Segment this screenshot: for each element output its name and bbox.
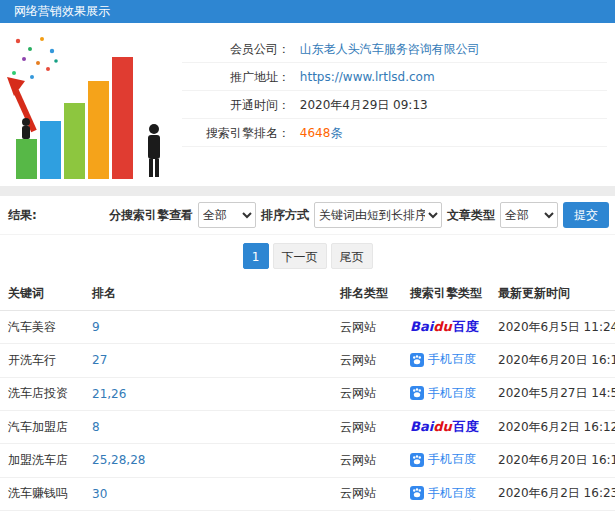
page-1-button[interactable]: 1 <box>243 243 269 269</box>
table-row: 汽车加盟店 8 云网站 Baidu百度 2020年6月2日 16:12 <box>0 411 615 444</box>
rank-type-cell: 云网站 <box>332 444 402 478</box>
rank-type-cell: 云网站 <box>332 411 402 444</box>
member-info-rows: 会员公司： 山东老人头汽车服务咨询有限公司 推广地址： https://www.… <box>182 29 607 186</box>
updated-cell: 2020年6月18日 14:27 <box>490 511 615 520</box>
table-row: 开洗车行 27 云网站 手机百度 2020年6月20日 16:16 <box>0 344 615 378</box>
rank-link[interactable]: 27 <box>92 353 107 367</box>
table-row: 洗车店投资 21,26 云网站 手机百度 2020年5月27日 14:58 <box>0 377 615 411</box>
rank-link[interactable]: 8 <box>92 420 100 434</box>
keyword-cell: 开洗车行 <box>0 344 84 378</box>
rank-count-number: 4648 <box>300 126 331 140</box>
rank-cell: 25,28,28 <box>84 444 332 478</box>
member-info-panel: 会员公司： 山东老人头汽车服务咨询有限公司 推广地址： https://www.… <box>0 23 615 186</box>
sort-label: 排序方式 <box>261 207 309 224</box>
filter-controls: 分搜索引擎查看 全部 排序方式 关键词由短到长排序 文章类型 全部 提交 <box>109 202 609 228</box>
bar-chart-illustration-image <box>4 29 176 181</box>
col-header-updated: 最新更新时间 <box>490 277 615 311</box>
rank-link[interactable]: 30 <box>92 487 107 501</box>
page-title: 网络营销效果展示 <box>14 3 110 20</box>
engine-filter-select[interactable]: 全部 <box>198 202 256 228</box>
submit-button[interactable]: 提交 <box>563 202 609 228</box>
rank-type-cell: 云网站 <box>332 511 402 520</box>
open-time-label: 开通时间： <box>182 91 290 119</box>
rank-cell: 9 <box>84 311 332 344</box>
updated-cell: 2020年6月5日 11:24 <box>490 311 615 344</box>
section-divider <box>0 186 615 196</box>
info-row-open-time: 开通时间： 2020年4月29日 09:13 <box>182 91 607 119</box>
rank-type-cell: 云网站 <box>332 477 402 511</box>
table-row: 洗车店利润 30 云网站 手机百度 2020年6月18日 14:27 <box>0 511 615 520</box>
keyword-cell: 汽车美容 <box>0 311 84 344</box>
promo-url-link[interactable]: https://www.lrtlsd.com <box>300 70 435 84</box>
businessman-figure <box>148 124 160 177</box>
keyword-cell: 汽车加盟店 <box>0 411 84 444</box>
rising-arrow <box>7 77 34 131</box>
promo-url-label: 推广地址： <box>182 63 290 91</box>
keyword-cell: 加盟洗车店 <box>0 444 84 478</box>
keyword-cell: 洗车赚钱吗 <box>0 477 84 511</box>
info-row-rank-count: 搜索引擎排名： 4648条 <box>182 119 607 147</box>
results-label: 结果: <box>8 207 37 224</box>
engine-cell: 手机百度 <box>402 444 490 478</box>
updated-cell: 2020年5月27日 14:58 <box>490 377 615 411</box>
app-header: 网络营销效果展示 <box>0 0 615 23</box>
mobile-baidu-badge: 手机百度 <box>410 385 476 402</box>
rank-cell: 30 <box>84 477 332 511</box>
updated-cell: 2020年6月20日 16:16 <box>490 344 615 378</box>
chart-illustration <box>4 29 182 186</box>
engine-cell: Baidu百度 <box>402 411 490 444</box>
mobile-baidu-icon <box>410 386 424 400</box>
sort-select[interactable]: 关键词由短到长排序 <box>314 202 442 228</box>
last-page-button[interactable]: 尾页 <box>331 243 373 269</box>
info-row-url: 推广地址： https://www.lrtlsd.com <box>182 63 607 91</box>
open-time-value: 2020年4月29日 09:13 <box>300 98 428 112</box>
engine-cell: 手机百度 <box>402 511 490 520</box>
col-header-engine-type: 搜索引擎类型 <box>402 277 490 311</box>
rank-type-cell: 云网站 <box>332 377 402 411</box>
updated-cell: 2020年6月20日 16:11 <box>490 444 615 478</box>
article-type-label: 文章类型 <box>447 207 495 224</box>
article-type-select[interactable]: 全部 <box>500 202 558 228</box>
rank-link[interactable]: 25,28,28 <box>92 453 145 467</box>
engine-cell: 手机百度 <box>402 377 490 411</box>
company-name-link[interactable]: 山东老人头汽车服务咨询有限公司 <box>300 42 480 56</box>
rank-type-cell: 云网站 <box>332 344 402 378</box>
updated-cell: 2020年6月2日 16:12 <box>490 411 615 444</box>
keyword-ranking-table: 关键词 排名 排名类型 搜索引擎类型 最新更新时间 汽车美容 9 云网站 Bai… <box>0 277 615 520</box>
company-label: 会员公司： <box>182 35 290 63</box>
rank-count-unit: 条 <box>330 126 342 140</box>
table-row: 洗车赚钱吗 30 云网站 手机百度 2020年6月2日 16:23 <box>0 477 615 511</box>
confetti-dots <box>12 37 58 79</box>
baidu-logo: Baidu百度 <box>410 319 479 334</box>
results-filter-bar: 结果: 分搜索引擎查看 全部 排序方式 关键词由短到长排序 文章类型 全部 提交 <box>0 196 615 235</box>
keyword-cell: 洗车店投资 <box>0 377 84 411</box>
mobile-baidu-badge: 手机百度 <box>410 451 476 468</box>
mobile-baidu-icon <box>410 353 424 367</box>
rank-type-cell: 云网站 <box>332 311 402 344</box>
mobile-baidu-icon <box>410 486 424 500</box>
col-header-keyword: 关键词 <box>0 277 84 311</box>
engine-cell: 手机百度 <box>402 477 490 511</box>
table-row: 汽车美容 9 云网站 Baidu百度 2020年6月5日 11:24 <box>0 311 615 344</box>
pagination: 1 下一页 尾页 <box>0 235 615 277</box>
small-person-figure <box>22 118 30 139</box>
rank-link[interactable]: 9 <box>92 320 100 334</box>
engine-cell: 手机百度 <box>402 344 490 378</box>
col-header-rank: 排名 <box>84 277 332 311</box>
updated-cell: 2020年6月2日 16:23 <box>490 477 615 511</box>
rank-link[interactable]: 21,26 <box>92 387 126 401</box>
engine-filter-label: 分搜索引擎查看 <box>109 207 193 224</box>
rank-cell: 8 <box>84 411 332 444</box>
col-header-rank-type: 排名类型 <box>332 277 402 311</box>
keyword-cell: 洗车店利润 <box>0 511 84 520</box>
engine-cell: Baidu百度 <box>402 311 490 344</box>
mobile-baidu-icon <box>410 453 424 467</box>
mobile-baidu-badge: 手机百度 <box>410 485 476 502</box>
rank-count-label: 搜索引擎排名： <box>182 119 290 147</box>
table-row: 加盟洗车店 25,28,28 云网站 手机百度 2020年6月20日 16:11 <box>0 444 615 478</box>
rank-cell: 30 <box>84 511 332 520</box>
mobile-baidu-badge: 手机百度 <box>410 351 476 368</box>
next-page-button[interactable]: 下一页 <box>273 243 327 269</box>
bars <box>16 57 133 179</box>
rank-cell: 27 <box>84 344 332 378</box>
